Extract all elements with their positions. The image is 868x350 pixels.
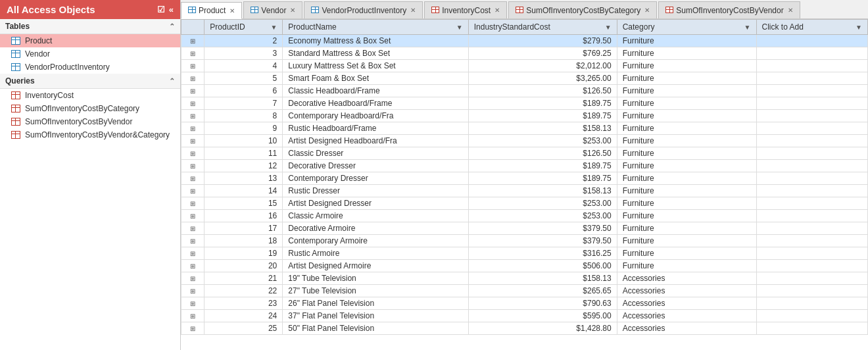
cell-clicktoadd[interactable] (756, 47, 867, 60)
table-row[interactable]: ⊞ 17 Decorative Armoire $379.50 Furnitur… (181, 222, 868, 235)
sidebar-collapse-icon[interactable]: « (169, 5, 174, 14)
table-row[interactable]: ⊞ 22 27" Tube Television $265.65 Accesso… (181, 285, 868, 297)
expand-icon[interactable]: ⊞ (190, 225, 195, 232)
col-header-category[interactable]: Category ▼ (617, 20, 756, 35)
table-row[interactable]: ⊞ 19 Rustic Armoire $316.25 Furniture (181, 247, 868, 260)
row-expand-cell[interactable]: ⊞ (181, 235, 205, 247)
row-expand-cell[interactable]: ⊞ (181, 147, 205, 160)
sidebar-item-sumvendorcategory[interactable]: SumOfInventoryCostByVendor&Category (0, 128, 180, 141)
row-expand-cell[interactable]: ⊞ (181, 97, 205, 110)
cell-clicktoadd[interactable] (756, 147, 867, 160)
table-row[interactable]: ⊞ 12 Decorative Dresser $189.75 Furnitur… (181, 160, 868, 172)
queries-collapse-btn[interactable]: ⌃ (169, 77, 175, 86)
expand-icon[interactable]: ⊞ (190, 113, 195, 120)
sidebar-item-inventorycost[interactable]: InventoryCost (0, 89, 180, 102)
row-expand-cell[interactable]: ⊞ (181, 322, 205, 335)
table-row[interactable]: ⊞ 21 19" Tube Television $158.13 Accesso… (181, 272, 868, 285)
col-productid-sort-icon[interactable]: ▼ (270, 24, 277, 31)
tab-vendor[interactable]: Vendor ✕ (243, 1, 302, 18)
tab-inventorycost-close[interactable]: ✕ (494, 7, 500, 14)
expand-icon[interactable]: ⊞ (190, 213, 195, 220)
cell-clicktoadd[interactable] (756, 135, 867, 147)
cell-clicktoadd[interactable] (756, 297, 867, 310)
row-expand-cell[interactable]: ⊞ (181, 222, 205, 235)
cell-clicktoadd[interactable] (756, 85, 867, 97)
row-expand-cell[interactable]: ⊞ (181, 185, 205, 197)
sidebar-item-vendor[interactable]: Vendor (0, 47, 180, 61)
expand-icon[interactable]: ⊞ (190, 288, 195, 295)
table-row[interactable]: ⊞ 6 Classic Headboard/Frame $126.50 Furn… (181, 85, 868, 97)
row-expand-cell[interactable]: ⊞ (181, 310, 205, 322)
col-cost-sort-icon[interactable]: ▼ (605, 24, 612, 31)
cell-clicktoadd[interactable] (756, 285, 867, 297)
col-header-productid[interactable]: ProductID ▼ (205, 20, 283, 35)
row-expand-cell[interactable]: ⊞ (181, 285, 205, 297)
cell-clicktoadd[interactable] (756, 122, 867, 135)
cell-clicktoadd[interactable] (756, 97, 867, 110)
expand-icon[interactable]: ⊞ (190, 238, 195, 245)
cell-clicktoadd[interactable] (756, 60, 867, 72)
tab-sumvendor[interactable]: SumOfInventoryCostByVendor ✕ (658, 1, 800, 18)
table-row[interactable]: ⊞ 18 Contemporary Armoire $379.50 Furnit… (181, 235, 868, 247)
row-expand-cell[interactable]: ⊞ (181, 110, 205, 122)
cell-clicktoadd[interactable] (756, 222, 867, 235)
row-expand-cell[interactable]: ⊞ (181, 60, 205, 72)
sidebar-item-product[interactable]: Product (0, 34, 180, 47)
cell-clicktoadd[interactable] (756, 272, 867, 285)
cell-clicktoadd[interactable] (756, 247, 867, 260)
tab-product[interactable]: Product ✕ (181, 2, 242, 19)
cell-clicktoadd[interactable] (756, 260, 867, 272)
tab-sumcategory[interactable]: SumOfInventoryCostByCategory ✕ (508, 1, 657, 18)
tab-vpi-close[interactable]: ✕ (410, 7, 416, 14)
table-row[interactable]: ⊞ 11 Classic Dresser $126.50 Furniture (181, 147, 868, 160)
table-row[interactable]: ⊞ 20 Artist Designed Armoire $506.00 Fur… (181, 260, 868, 272)
cell-clicktoadd[interactable] (756, 185, 867, 197)
expand-icon[interactable]: ⊞ (190, 125, 195, 132)
sidebar-item-sumcategory[interactable]: SumOfInventoryCostByCategory (0, 102, 180, 115)
table-row[interactable]: ⊞ 24 37" Flat Panel Television $595.00 A… (181, 310, 868, 322)
row-expand-cell[interactable]: ⊞ (181, 135, 205, 147)
expand-icon[interactable]: ⊞ (190, 138, 195, 145)
col-header-productname[interactable]: ProductName ▼ (283, 20, 468, 35)
row-expand-cell[interactable]: ⊞ (181, 72, 205, 85)
row-expand-cell[interactable]: ⊞ (181, 272, 205, 285)
table-row[interactable]: ⊞ 5 Smart Foam & Box Set $3,265.00 Furni… (181, 72, 868, 85)
tables-collapse-btn[interactable]: ⌃ (169, 22, 175, 31)
row-expand-cell[interactable]: ⊞ (181, 47, 205, 60)
col-productname-sort-icon[interactable]: ▼ (456, 24, 463, 31)
row-expand-cell[interactable]: ⊞ (181, 160, 205, 172)
table-row[interactable]: ⊞ 25 50" Flat Panel Television $1,428.80… (181, 322, 868, 335)
tab-sumcategory-close[interactable]: ✕ (644, 7, 650, 14)
col-header-clicktoadd[interactable]: Click to Add ▼ (756, 20, 867, 35)
expand-icon[interactable]: ⊞ (190, 300, 195, 307)
expand-icon[interactable]: ⊞ (190, 175, 195, 182)
table-row[interactable]: ⊞ 14 Rustic Dresser $158.13 Furniture (181, 185, 868, 197)
expand-icon[interactable]: ⊞ (190, 312, 195, 320)
col-clicktoadd-sort-icon[interactable]: ▼ (856, 24, 862, 31)
row-expand-cell[interactable]: ⊞ (181, 85, 205, 97)
row-expand-cell[interactable]: ⊞ (181, 172, 205, 185)
table-row[interactable]: ⊞ 4 Luxury Mattress Set & Box Set $2,012… (181, 60, 868, 72)
row-expand-cell[interactable]: ⊞ (181, 210, 205, 222)
row-expand-cell[interactable]: ⊞ (181, 35, 205, 47)
expand-icon[interactable]: ⊞ (190, 38, 195, 45)
cell-clicktoadd[interactable] (756, 35, 867, 47)
table-row[interactable]: ⊞ 15 Artist Designed Dresser $253.00 Fur… (181, 197, 868, 210)
cell-clicktoadd[interactable] (756, 72, 867, 85)
expand-icon[interactable]: ⊞ (190, 150, 195, 157)
cell-clicktoadd[interactable] (756, 210, 867, 222)
table-row[interactable]: ⊞ 8 Contemporary Headboard/Fra $189.75 F… (181, 110, 868, 122)
expand-icon[interactable]: ⊞ (190, 63, 195, 70)
table-row[interactable]: ⊞ 7 Decorative Headboard/Frame $189.75 F… (181, 97, 868, 110)
expand-icon[interactable]: ⊞ (190, 275, 195, 282)
expand-icon[interactable]: ⊞ (190, 325, 195, 332)
cell-clicktoadd[interactable] (756, 172, 867, 185)
table-row[interactable]: ⊞ 10 Artist Designed Headboard/Fra $253.… (181, 135, 868, 147)
expand-icon[interactable]: ⊞ (190, 100, 195, 107)
cell-clicktoadd[interactable] (756, 322, 867, 335)
sidebar-search-icon[interactable]: ☑ (157, 5, 165, 14)
expand-icon[interactable]: ⊞ (190, 50, 195, 57)
table-row[interactable]: ⊞ 2 Economy Mattress & Box Set $279.50 F… (181, 35, 868, 47)
row-expand-cell[interactable]: ⊞ (181, 247, 205, 260)
col-header-cost[interactable]: IndustryStandardCost ▼ (468, 20, 617, 35)
